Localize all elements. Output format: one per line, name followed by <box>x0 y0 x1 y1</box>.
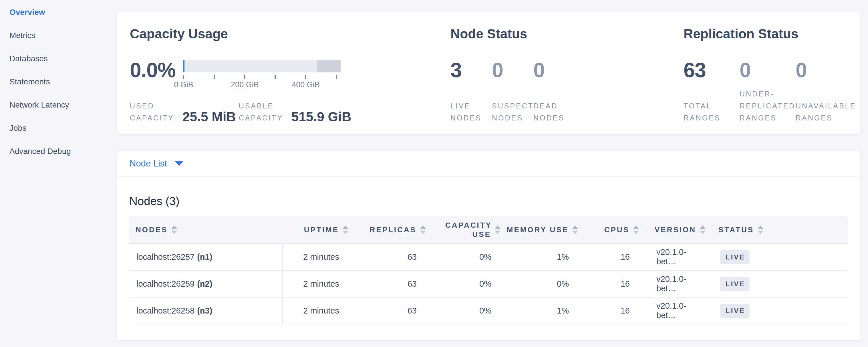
total-ranges-count: 63 <box>684 59 740 88</box>
sidebar-item-advanced-debug[interactable]: Advanced Debug <box>9 147 117 170</box>
sort-icon <box>700 225 706 234</box>
column-header-capacity-use[interactable]: CAPACITY USE <box>432 216 506 244</box>
capacity-use-cell: 0% <box>432 244 506 270</box>
unavailable-ranges-label: UNAVAILABLE RANGES <box>796 100 852 124</box>
cpus-cell: 16 <box>584 297 645 324</box>
sort-icon <box>572 225 578 234</box>
nodes-table-title: Nodes (3) <box>129 195 848 208</box>
capacity-usage-section: Capacity Usage 0.0% 0 GiB 200 GiB 400 Gi… <box>130 26 451 134</box>
under-replicated-ranges-count: 0 <box>740 59 796 88</box>
column-header-nodes[interactable]: NODES <box>129 216 283 244</box>
main-content: Capacity Usage 0.0% 0 GiB 200 GiB 400 Gi… <box>117 0 868 347</box>
memory-use-cell: 1% <box>506 244 584 270</box>
status-badge: LIVE <box>720 304 750 318</box>
status-cell: LIVE <box>708 244 848 270</box>
replicas-cell: 63 <box>354 270 432 297</box>
under-replicated-ranges-label: UNDER-REPLICATED RANGES <box>740 88 796 124</box>
capacity-stats: USED CAPACITY 25.5 MiB USABLE CAPACITY 5… <box>130 88 451 124</box>
sidebar-item-overview[interactable]: Overview <box>9 8 117 31</box>
suspect-nodes-count: 0 <box>492 59 533 88</box>
sort-icon <box>420 225 426 234</box>
column-label-memory-use: MEMORY USE <box>507 225 568 234</box>
node-row-n3[interactable]: localhost:26258(n3) 2 minutes 63 0% 1% 1… <box>129 297 848 324</box>
uptime-cell: 2 minutes <box>283 244 354 270</box>
version-cell: v20.1.0-bet… <box>645 244 708 270</box>
replicas-cell: 63 <box>354 297 432 324</box>
sort-icon <box>343 225 348 234</box>
sort-icon <box>633 225 639 234</box>
node-list-card: Node List Nodes (3) NODES UPTIME <box>117 151 860 340</box>
node-row-n1[interactable]: localhost:26257(n1) 2 minutes 63 0% 1% 1… <box>129 244 848 270</box>
axis-label-400gib: 400 GiB <box>292 81 320 89</box>
capacity-bar-used-segment <box>183 60 184 72</box>
column-label-status: STATUS <box>718 225 754 234</box>
column-label-capacity-use: CAPACITY USE <box>445 221 491 239</box>
node-address-cell[interactable]: localhost:26259(n2) <box>129 270 283 297</box>
sidebar-item-jobs[interactable]: Jobs <box>9 124 117 147</box>
sort-icon <box>495 225 500 234</box>
node-id: (n2) <box>197 279 212 288</box>
column-header-cpus[interactable]: CPUS <box>584 216 645 244</box>
node-address: localhost:26258 <box>136 306 194 315</box>
node-list-dropdown[interactable]: Node List <box>129 158 183 169</box>
column-header-version[interactable]: VERSION <box>645 216 708 244</box>
capacity-usage-title: Capacity Usage <box>130 26 451 41</box>
total-ranges-label: TOTAL RANGES <box>684 100 740 124</box>
capacity-bar-track <box>183 60 341 72</box>
column-header-status[interactable]: STATUS <box>708 216 848 244</box>
node-table-container: Nodes (3) NODES UPTIME REPLICAS CAPACITY… <box>117 195 860 324</box>
capacity-use-cell: 0% <box>432 297 506 324</box>
uptime-cell: 2 minutes <box>283 270 354 297</box>
column-header-memory-use[interactable]: MEMORY USE <box>506 216 584 244</box>
capacity-usage-gauge: 0 GiB 200 GiB 400 GiB <box>183 59 341 88</box>
sort-icon <box>757 225 763 234</box>
node-address-cell[interactable]: localhost:26257(n1) <box>129 244 283 270</box>
used-capacity-stat: USED CAPACITY 25.5 MiB <box>130 100 236 124</box>
column-label-uptime: UPTIME <box>304 225 339 234</box>
capacity-bar-reserved-segment <box>317 60 341 72</box>
node-row-n2[interactable]: localhost:26259(n2) 2 minutes 63 0% 0% 1… <box>129 270 848 297</box>
node-address-cell[interactable]: localhost:26258(n3) <box>129 297 283 324</box>
column-label-cpus: CPUS <box>604 225 629 234</box>
cpus-cell: 16 <box>584 244 645 270</box>
cluster-overview-card: Capacity Usage 0.0% 0 GiB 200 GiB 400 Gi… <box>117 12 860 134</box>
capacity-axis-labels: 0 GiB 200 GiB 400 GiB <box>183 80 341 90</box>
suspect-nodes-label: SUSPECT NODES <box>492 100 533 124</box>
status-badge: LIVE <box>720 250 750 264</box>
sidebar-item-databases[interactable]: Databases <box>9 54 117 77</box>
chevron-down-icon <box>175 161 183 166</box>
memory-use-cell: 0% <box>506 270 584 297</box>
dead-nodes-count: 0 <box>533 59 575 88</box>
unavailable-ranges-count: 0 <box>796 59 852 88</box>
memory-use-cell: 1% <box>506 297 584 324</box>
column-label-nodes: NODES <box>135 225 167 234</box>
dead-nodes-label: DEAD NODES <box>533 100 575 124</box>
replicas-cell: 63 <box>354 244 432 270</box>
sort-icon <box>171 225 177 234</box>
status-badge: LIVE <box>720 277 750 291</box>
node-status-section: Node Status 3 0 0 LIVE NODES SUSPECT NOD… <box>451 26 684 134</box>
live-nodes-count: 3 <box>451 59 492 88</box>
node-id: (n1) <box>197 252 212 261</box>
usable-capacity-value: 515.9 GiB <box>291 109 351 124</box>
cpus-cell: 16 <box>584 270 645 297</box>
replication-status-section: Replication Status 63 0 0 TOTAL RANGES U… <box>684 26 860 134</box>
nodes-table: NODES UPTIME REPLICAS CAPACITY USE MEMOR… <box>129 216 848 324</box>
sidebar-item-network-latency[interactable]: Network Latency <box>9 100 117 124</box>
column-header-uptime[interactable]: UPTIME <box>283 216 354 244</box>
live-nodes-label: LIVE NODES <box>451 100 492 124</box>
column-header-replicas[interactable]: REPLICAS <box>354 216 432 244</box>
sidebar-item-statements[interactable]: Statements <box>9 77 117 100</box>
status-cell: LIVE <box>708 297 848 324</box>
axis-label-0gib: 0 GiB <box>174 81 193 89</box>
sidebar-item-metrics[interactable]: Metrics <box>9 31 117 54</box>
sidebar: Overview Metrics Databases Statements Ne… <box>0 0 117 347</box>
node-address: localhost:26259 <box>136 279 194 288</box>
status-cell: LIVE <box>708 270 848 297</box>
replication-status-title: Replication Status <box>684 26 860 41</box>
used-capacity-label: USED CAPACITY <box>130 100 179 124</box>
view-selector-bar: Node List <box>117 151 860 177</box>
axis-label-200gib: 200 GiB <box>231 81 259 89</box>
node-id: (n3) <box>197 306 212 315</box>
column-label-replicas: REPLICAS <box>370 225 416 234</box>
